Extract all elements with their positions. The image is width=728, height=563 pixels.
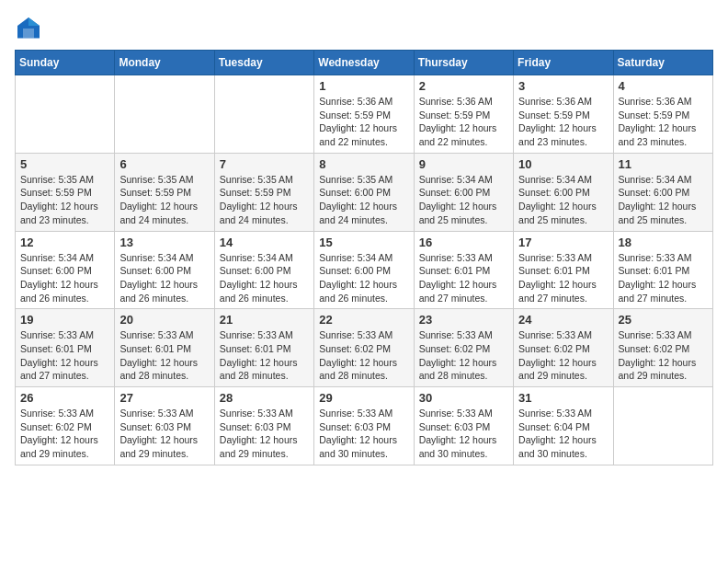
calendar-cell: 29Sunrise: 5:33 AM Sunset: 6:03 PM Dayli… <box>314 387 414 465</box>
calendar-cell <box>16 75 115 154</box>
day-of-week-header: Thursday <box>414 51 513 75</box>
day-info: Sunrise: 5:34 AM Sunset: 6:00 PM Dayligh… <box>419 173 508 227</box>
day-number: 12 <box>20 236 109 249</box>
day-number: 18 <box>619 236 708 249</box>
calendar-cell: 31Sunrise: 5:33 AM Sunset: 6:04 PM Dayli… <box>514 387 613 465</box>
calendar-cell: 17Sunrise: 5:33 AM Sunset: 6:01 PM Dayli… <box>514 231 613 309</box>
day-info: Sunrise: 5:34 AM Sunset: 6:00 PM Dayligh… <box>619 173 708 227</box>
calendar-cell: 25Sunrise: 5:33 AM Sunset: 6:02 PM Dayli… <box>613 309 712 387</box>
calendar-cell <box>613 387 712 465</box>
day-info: Sunrise: 5:35 AM Sunset: 5:59 PM Dayligh… <box>20 173 109 227</box>
day-number: 26 <box>20 391 109 405</box>
calendar-cell: 5Sunrise: 5:35 AM Sunset: 5:59 PM Daylig… <box>16 153 115 231</box>
day-info: Sunrise: 5:33 AM Sunset: 6:04 PM Dayligh… <box>518 407 608 461</box>
calendar-cell: 20Sunrise: 5:33 AM Sunset: 6:01 PM Dayli… <box>115 309 214 387</box>
calendar-cell: 21Sunrise: 5:33 AM Sunset: 6:01 PM Dayli… <box>214 309 313 387</box>
calendar-cell: 15Sunrise: 5:34 AM Sunset: 6:00 PM Dayli… <box>314 231 414 309</box>
calendar-cell: 24Sunrise: 5:33 AM Sunset: 6:02 PM Dayli… <box>514 309 613 387</box>
day-info: Sunrise: 5:33 AM Sunset: 6:03 PM Dayligh… <box>220 407 309 461</box>
day-info: Sunrise: 5:34 AM Sunset: 6:00 PM Dayligh… <box>319 251 408 305</box>
day-number: 23 <box>419 313 508 327</box>
day-number: 9 <box>419 157 508 171</box>
day-of-week-header: Tuesday <box>214 51 313 75</box>
day-number: 10 <box>518 157 608 171</box>
calendar-cell: 19Sunrise: 5:33 AM Sunset: 6:01 PM Dayli… <box>16 309 115 387</box>
logo <box>15 15 46 42</box>
page-header <box>15 15 713 42</box>
day-number: 13 <box>119 236 209 249</box>
day-of-week-header: Sunday <box>16 51 115 75</box>
day-number: 20 <box>119 313 209 327</box>
day-number: 28 <box>220 391 309 405</box>
calendar-cell <box>214 75 313 154</box>
calendar-cell: 6Sunrise: 5:35 AM Sunset: 5:59 PM Daylig… <box>115 153 214 231</box>
day-info: Sunrise: 5:35 AM Sunset: 5:59 PM Dayligh… <box>220 173 309 227</box>
day-info: Sunrise: 5:34 AM Sunset: 6:00 PM Dayligh… <box>20 251 109 305</box>
day-info: Sunrise: 5:33 AM Sunset: 6:02 PM Dayligh… <box>518 328 608 383</box>
day-info: Sunrise: 5:33 AM Sunset: 6:01 PM Dayligh… <box>20 328 109 383</box>
calendar-cell: 7Sunrise: 5:35 AM Sunset: 5:59 PM Daylig… <box>214 153 313 231</box>
day-info: Sunrise: 5:33 AM Sunset: 6:02 PM Dayligh… <box>619 328 708 383</box>
day-info: Sunrise: 5:34 AM Sunset: 6:00 PM Dayligh… <box>119 251 209 305</box>
day-info: Sunrise: 5:33 AM Sunset: 6:03 PM Dayligh… <box>419 407 508 461</box>
day-info: Sunrise: 5:33 AM Sunset: 6:01 PM Dayligh… <box>619 251 708 305</box>
calendar-table: SundayMondayTuesdayWednesdayThursdayFrid… <box>15 50 713 465</box>
calendar-cell: 8Sunrise: 5:35 AM Sunset: 6:00 PM Daylig… <box>314 153 414 231</box>
day-of-week-header: Wednesday <box>314 51 414 75</box>
day-number: 17 <box>518 236 608 249</box>
day-info: Sunrise: 5:36 AM Sunset: 5:59 PM Dayligh… <box>319 95 408 149</box>
day-info: Sunrise: 5:34 AM Sunset: 6:00 PM Dayligh… <box>220 251 309 305</box>
day-number: 7 <box>220 157 309 171</box>
day-info: Sunrise: 5:33 AM Sunset: 6:01 PM Dayligh… <box>119 328 209 383</box>
day-number: 19 <box>20 313 109 327</box>
calendar-cell: 27Sunrise: 5:33 AM Sunset: 6:03 PM Dayli… <box>115 387 214 465</box>
calendar-cell: 18Sunrise: 5:33 AM Sunset: 6:01 PM Dayli… <box>613 231 712 309</box>
day-info: Sunrise: 5:36 AM Sunset: 5:59 PM Dayligh… <box>419 95 508 149</box>
day-info: Sunrise: 5:33 AM Sunset: 6:03 PM Dayligh… <box>319 407 408 461</box>
day-number: 14 <box>220 236 309 249</box>
calendar-cell: 14Sunrise: 5:34 AM Sunset: 6:00 PM Dayli… <box>214 231 313 309</box>
logo-icon <box>15 15 42 42</box>
calendar-cell <box>115 75 214 154</box>
day-number: 4 <box>619 79 708 93</box>
calendar-cell: 13Sunrise: 5:34 AM Sunset: 6:00 PM Dayli… <box>115 231 214 309</box>
calendar-cell: 3Sunrise: 5:36 AM Sunset: 5:59 PM Daylig… <box>514 75 613 154</box>
day-number: 29 <box>319 391 408 405</box>
calendar-cell: 12Sunrise: 5:34 AM Sunset: 6:00 PM Dayli… <box>16 231 115 309</box>
day-info: Sunrise: 5:33 AM Sunset: 6:01 PM Dayligh… <box>220 328 309 383</box>
day-number: 27 <box>119 391 209 405</box>
day-info: Sunrise: 5:35 AM Sunset: 6:00 PM Dayligh… <box>319 173 408 227</box>
svg-marker-1 <box>28 17 40 26</box>
day-info: Sunrise: 5:33 AM Sunset: 6:01 PM Dayligh… <box>518 251 608 305</box>
day-number: 2 <box>419 79 508 93</box>
day-number: 3 <box>518 79 608 93</box>
calendar-cell: 28Sunrise: 5:33 AM Sunset: 6:03 PM Dayli… <box>214 387 313 465</box>
day-info: Sunrise: 5:36 AM Sunset: 5:59 PM Dayligh… <box>518 95 608 149</box>
calendar-cell: 4Sunrise: 5:36 AM Sunset: 5:59 PM Daylig… <box>613 75 712 154</box>
day-number: 16 <box>419 236 508 249</box>
calendar-cell: 16Sunrise: 5:33 AM Sunset: 6:01 PM Dayli… <box>414 231 513 309</box>
day-of-week-header: Monday <box>115 51 214 75</box>
day-number: 5 <box>20 157 109 171</box>
day-info: Sunrise: 5:33 AM Sunset: 6:03 PM Dayligh… <box>119 407 209 461</box>
day-of-week-header: Friday <box>514 51 613 75</box>
day-number: 31 <box>518 391 608 405</box>
day-number: 8 <box>319 157 408 171</box>
day-info: Sunrise: 5:33 AM Sunset: 6:01 PM Dayligh… <box>419 251 508 305</box>
day-number: 6 <box>119 157 209 171</box>
day-number: 25 <box>619 313 708 327</box>
day-number: 11 <box>619 157 708 171</box>
calendar-header: SundayMondayTuesdayWednesdayThursdayFrid… <box>16 51 713 75</box>
day-info: Sunrise: 5:35 AM Sunset: 5:59 PM Dayligh… <box>119 173 209 227</box>
calendar-cell: 1Sunrise: 5:36 AM Sunset: 5:59 PM Daylig… <box>314 75 414 154</box>
day-info: Sunrise: 5:33 AM Sunset: 6:02 PM Dayligh… <box>319 328 408 383</box>
day-number: 15 <box>319 236 408 249</box>
calendar-cell: 22Sunrise: 5:33 AM Sunset: 6:02 PM Dayli… <box>314 309 414 387</box>
calendar-cell: 11Sunrise: 5:34 AM Sunset: 6:00 PM Dayli… <box>613 153 712 231</box>
day-number: 1 <box>319 79 408 93</box>
calendar-cell: 30Sunrise: 5:33 AM Sunset: 6:03 PM Dayli… <box>414 387 513 465</box>
day-info: Sunrise: 5:33 AM Sunset: 6:02 PM Dayligh… <box>20 407 109 461</box>
calendar-cell: 9Sunrise: 5:34 AM Sunset: 6:00 PM Daylig… <box>414 153 513 231</box>
day-number: 24 <box>518 313 608 327</box>
day-info: Sunrise: 5:33 AM Sunset: 6:02 PM Dayligh… <box>419 328 508 383</box>
